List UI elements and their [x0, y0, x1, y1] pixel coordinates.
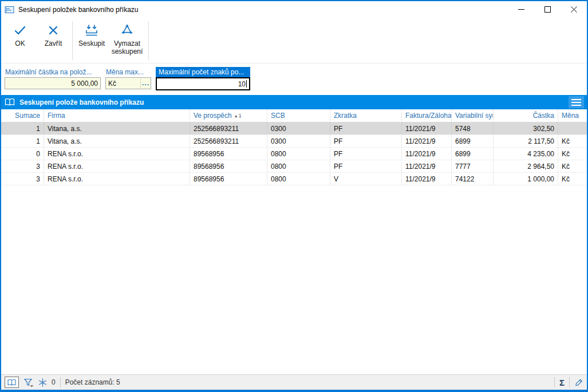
table-cell: Vitana, a.s. [44, 122, 190, 134]
grid-body: 1Vitana, a.s.2525668932110300PF11/2021/9… [1, 122, 587, 374]
grid-menu-button[interactable] [569, 96, 584, 108]
parameters-row: Maximální částka na polož... 5 000,00 Mě… [1, 64, 587, 92]
table-cell: PF [330, 148, 402, 160]
clear-group-button[interactable]: Vymazat seskupení [108, 19, 146, 62]
sort-priority: 1 [239, 113, 242, 118]
minimize-button[interactable] [508, 1, 534, 18]
table-cell: 2 117,50 [494, 135, 558, 147]
max-amount-input[interactable]: 5 000,00 [5, 77, 101, 89]
window-controls [508, 1, 587, 18]
currency-picker-button[interactable]: ... [140, 78, 151, 89]
table-cell: 252566893211 [190, 122, 267, 134]
table-cell: 0800 [267, 173, 330, 185]
currency-label: Měna max... [105, 67, 151, 77]
max-amount-label: Maximální částka na polož... [5, 67, 101, 77]
table-cell: PF [330, 135, 402, 147]
table-cell: Kč [558, 160, 587, 172]
close-button[interactable] [561, 1, 587, 18]
group-button[interactable]: Seskupit [75, 19, 108, 62]
table-cell: Kč [558, 135, 587, 147]
frozen-count: 0 [52, 378, 56, 386]
column-header[interactable]: Firma [44, 109, 190, 122]
edit-pencil-icon[interactable] [574, 378, 583, 387]
table-cell: 6899 [452, 148, 494, 160]
column-header-label: Zkratka [334, 112, 357, 120]
close-dialog-button[interactable]: Zavřít [37, 19, 70, 62]
table-cell: 11/2021/9 [402, 122, 452, 134]
table-cell: 3 [1, 173, 44, 185]
grid-section-title: Seskupení polože bankovního příkazu [19, 98, 144, 106]
table-cell: 89568956 [190, 148, 267, 160]
book-view-toggle[interactable] [5, 377, 19, 388]
column-header[interactable]: Ve prospěch▲1 [190, 109, 267, 122]
column-header-label: SCB [271, 112, 285, 120]
currency-value: Kč [108, 80, 116, 88]
table-cell: 0800 [267, 148, 330, 160]
column-header-label: Sumace [15, 112, 40, 120]
table-cell: RENA s.r.o. [44, 173, 190, 185]
toolbar-separator [148, 21, 149, 60]
table-cell: 1 [1, 135, 44, 147]
table-cell: 1 [1, 122, 44, 134]
grid-header-row: SumaceFirmaVe prospěch▲1SCBZkratkaFaktur… [1, 109, 587, 122]
filter-icon[interactable] [23, 378, 34, 387]
table-cell: PF [330, 160, 402, 172]
table-row[interactable]: 1Vitana, a.s.2525668932110300PF11/2021/9… [1, 135, 587, 148]
column-header-label: Částka [533, 112, 554, 120]
table-cell: 3 [1, 160, 44, 172]
record-count: Počet záznamů: 5 [65, 378, 120, 386]
dialog-window: Seskupení položek bankovního příkazu OK [0, 0, 588, 392]
column-header-label: Měna [562, 112, 579, 120]
column-header[interactable]: Variabilní symb [452, 109, 494, 122]
close-dialog-button-label: Zavřít [45, 40, 62, 48]
toolbar-separator [72, 21, 73, 60]
table-cell: RENA s.r.o. [44, 160, 190, 172]
recycle-icon [120, 23, 134, 37]
open-book-icon [4, 98, 15, 106]
column-header[interactable]: SCB [267, 109, 330, 122]
max-amount-field: Maximální částka na polož... 5 000,00 [5, 67, 101, 89]
column-header[interactable]: Sumace [1, 109, 44, 122]
table-cell: 5748 [452, 122, 494, 134]
table-cell: Kč [558, 148, 587, 160]
text-cursor [246, 80, 247, 88]
table-cell: 0800 [267, 160, 330, 172]
max-chars-value: 10 [238, 80, 246, 88]
titlebar[interactable]: Seskupení položek bankovního příkazu [1, 1, 587, 18]
window-title: Seskupení položek bankovního příkazu [18, 6, 138, 14]
statusbar-separator [554, 377, 555, 387]
table-cell: 89568956 [190, 160, 267, 172]
table-row[interactable]: 0RENA s.r.o.895689560800PF11/2021/968994… [1, 148, 587, 160]
freeze-icon[interactable] [38, 378, 47, 387]
window-bottom-edge [1, 390, 587, 391]
statusbar-separator [60, 377, 61, 387]
table-cell: RENA s.r.o. [44, 148, 190, 160]
table-row[interactable]: 3RENA s.r.o.895689560800PF11/2021/977772… [1, 160, 587, 173]
group-icon [84, 23, 99, 37]
column-header[interactable]: Faktura/Záloha [402, 109, 452, 122]
table-cell: 0300 [267, 122, 330, 134]
max-chars-input[interactable]: 10 [156, 77, 250, 90]
grid-section: Seskupení polože bankovního příkazu Suma… [1, 95, 587, 374]
column-header[interactable]: Měna [558, 109, 587, 122]
table-cell: 2 964,50 [494, 160, 558, 172]
currency-input[interactable]: Kč ... [105, 77, 151, 89]
statusbar: 0 Počet záznamů: 5 Σ [1, 374, 587, 390]
column-header[interactable]: Zkratka [330, 109, 402, 122]
table-cell: 7777 [452, 160, 494, 172]
table-cell: 0300 [267, 135, 330, 147]
table-row[interactable]: 1Vitana, a.s.2525668932110300PF11/2021/9… [1, 122, 587, 135]
ok-button[interactable]: OK [3, 19, 37, 62]
table-row[interactable]: 3RENA s.r.o.895689560800V11/2021/9741221… [1, 173, 587, 185]
table-cell: PF [330, 122, 402, 134]
column-header-label: Faktura/Záloha [405, 112, 452, 120]
toolbar: OK Zavřít Seskupit [1, 18, 587, 64]
sum-icon[interactable]: Σ [559, 378, 565, 387]
table-cell [558, 122, 587, 134]
column-header[interactable]: Částka [494, 109, 558, 122]
statusbar-separator [569, 377, 570, 387]
max-chars-field: Maximální počet znaků po... 10 [156, 67, 250, 90]
maximize-button[interactable] [534, 1, 561, 18]
app-icon [5, 5, 15, 14]
table-cell: 11/2021/9 [402, 160, 452, 172]
